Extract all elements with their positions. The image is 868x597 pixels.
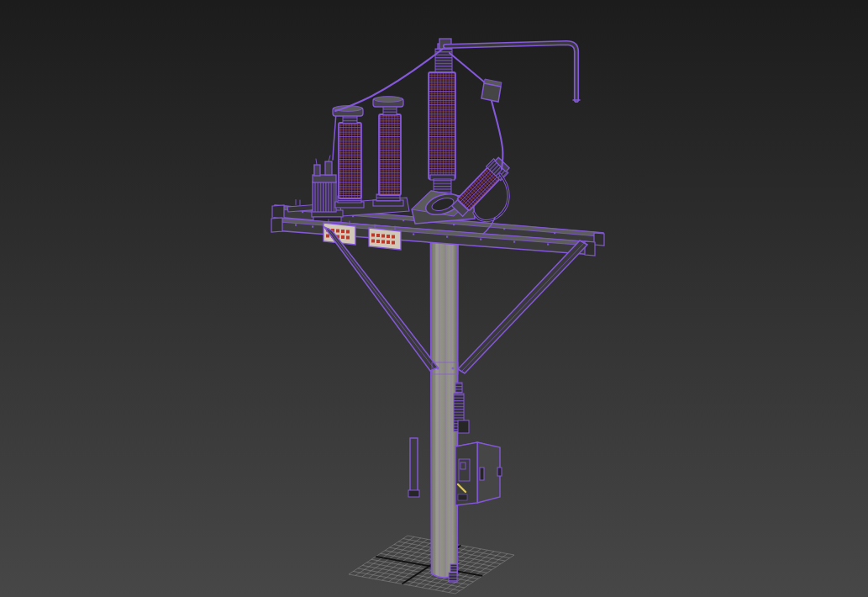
- beam-endcap-right: [594, 233, 604, 246]
- viewport-3d[interactable]: [0, 0, 868, 597]
- box-vent-slot: [458, 494, 467, 500]
- pole-base-stubs[interactable]: [449, 564, 457, 582]
- beam-endcap-left-front: [271, 218, 282, 232]
- box-mount-foot: [408, 490, 419, 497]
- box-side-knob: [497, 468, 502, 476]
- viewport-canvas[interactable]: [0, 0, 868, 597]
- box-mount-strap: [410, 438, 418, 494]
- box-handle[interactable]: [480, 468, 484, 480]
